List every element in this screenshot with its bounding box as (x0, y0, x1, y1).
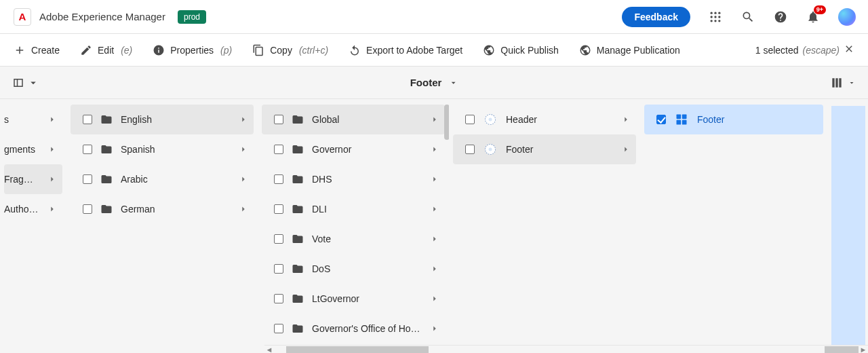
list-item-label: s (4, 114, 39, 125)
checkbox[interactable] (274, 264, 283, 274)
quick-publish-label: Quick Publish (500, 45, 559, 56)
list-item[interactable]: Global (262, 105, 445, 134)
horizontal-scrollbar[interactable]: ◄ ► (264, 345, 868, 353)
manage-publication-button[interactable]: Manage Publication (579, 44, 680, 56)
view-switcher[interactable] (830, 76, 856, 90)
list-item-label: gments (4, 144, 39, 155)
checkbox[interactable] (274, 234, 283, 244)
svg-point-6 (711, 20, 713, 22)
checkbox[interactable] (83, 145, 92, 154)
list-item[interactable]: Spanish (71, 134, 254, 164)
folder-icon (100, 113, 113, 126)
list-item[interactable]: German (71, 194, 254, 224)
folder-icon (292, 143, 304, 155)
list-item[interactable]: Footer (453, 134, 636, 164)
properties-hint: (p) (220, 45, 232, 56)
quick-publish-button[interactable]: Quick Publish (483, 44, 559, 56)
checkbox[interactable] (274, 145, 283, 154)
folder-icon (100, 203, 113, 215)
column-3: HeaderFooter (449, 99, 640, 353)
chevron-right-icon (430, 264, 439, 274)
edit-button[interactable]: Edit (e) (80, 44, 132, 56)
page-title: Footer (410, 77, 442, 88)
checkbox[interactable] (274, 204, 283, 214)
folder-icon (292, 322, 304, 335)
copy-button[interactable]: Copy (ctrl+c) (252, 44, 328, 56)
feedback-button[interactable]: Feedback (622, 7, 690, 27)
list-item[interactable]: English (71, 105, 254, 134)
copy-hint: (ctrl+c) (299, 45, 328, 56)
chevron-right-icon (621, 145, 631, 154)
list-item[interactable]: Footer (644, 105, 823, 134)
help-icon[interactable] (773, 10, 788, 24)
checkbox[interactable] (83, 174, 92, 184)
app-bar: A Adobe Experience Manager prod Feedback… (0, 0, 868, 34)
close-icon[interactable] (844, 43, 854, 56)
folder-icon (100, 173, 113, 185)
env-badge: prod (178, 10, 206, 24)
list-item[interactable]: DLI (262, 194, 445, 224)
list-item[interactable]: Vote (262, 224, 445, 254)
list-item-label: Author Guid… (4, 204, 39, 215)
bell-icon[interactable]: 9+ (806, 10, 821, 24)
list-item[interactable]: Governor (262, 134, 445, 164)
column-2: GlobalGovernorDHSDLIVoteDoSLtGovernorGov… (258, 99, 449, 353)
list-item[interactable]: Governor's Office of Homelan… (262, 314, 445, 343)
chevron-right-icon (239, 145, 248, 154)
preview-pane (831, 106, 865, 346)
list-item[interactable]: DoS (262, 254, 445, 284)
list-item[interactable]: Arabic (71, 164, 254, 194)
folder-icon (292, 203, 304, 215)
notification-badge: 9+ (814, 5, 826, 14)
list-item-label: Arabic (121, 174, 231, 185)
checkbox[interactable] (83, 115, 92, 124)
chevron-right-icon (430, 324, 439, 333)
checkbox[interactable] (465, 145, 475, 154)
list-item[interactable]: Header (453, 105, 636, 134)
chevron-down-icon (848, 79, 856, 87)
folder-icon (292, 233, 304, 245)
list-item-label: Vote (312, 234, 422, 244)
column-4: Footer (640, 99, 827, 353)
list-item[interactable]: Fragments (4, 164, 62, 194)
list-item[interactable]: Author Guid… (4, 194, 62, 224)
export-label: Export to Adobe Target (366, 45, 462, 56)
column-1: EnglishSpanishArabicGerman (66, 99, 258, 353)
svg-point-2 (718, 12, 720, 14)
chevron-down-icon (27, 77, 39, 89)
checkbox[interactable] (656, 115, 666, 124)
chevron-right-icon (239, 204, 248, 214)
checkbox[interactable] (274, 324, 283, 333)
checkbox[interactable] (274, 115, 283, 124)
list-item-label: LtGovernor (312, 293, 422, 304)
search-icon[interactable] (741, 10, 755, 24)
list-item-label: Global (312, 114, 422, 125)
list-item[interactable]: LtGovernor (262, 284, 445, 314)
list-item-label: DoS (312, 263, 422, 274)
list-item[interactable]: DHS (262, 164, 445, 194)
checkbox[interactable] (274, 174, 283, 184)
chevron-right-icon (47, 145, 57, 154)
svg-point-8 (718, 20, 720, 22)
list-item-label: Footer (697, 114, 818, 125)
action-bar: Create Edit (e) Properties (p) Copy (ctr… (0, 34, 868, 67)
list-item[interactable]: gments (4, 134, 62, 164)
adobe-logo[interactable]: A (14, 8, 31, 26)
list-item[interactable]: s (4, 105, 62, 134)
list-item-label: Header (506, 114, 613, 125)
chevron-right-icon (430, 204, 439, 214)
apps-icon[interactable] (708, 10, 723, 24)
create-button[interactable]: Create (14, 44, 60, 56)
manage-publication-label: Manage Publication (597, 45, 680, 56)
checkbox[interactable] (465, 115, 475, 124)
list-item-label: English (121, 114, 231, 125)
avatar[interactable] (838, 8, 856, 26)
svg-point-1 (714, 12, 716, 14)
checkbox[interactable] (83, 204, 92, 214)
breadcrumb[interactable]: Footer (410, 77, 458, 88)
export-button[interactable]: Export to Adobe Target (349, 44, 462, 56)
properties-button[interactable]: Properties (p) (153, 44, 232, 56)
rail-toggle[interactable] (12, 77, 39, 89)
checkbox[interactable] (274, 294, 283, 303)
chevron-right-icon (430, 145, 439, 154)
